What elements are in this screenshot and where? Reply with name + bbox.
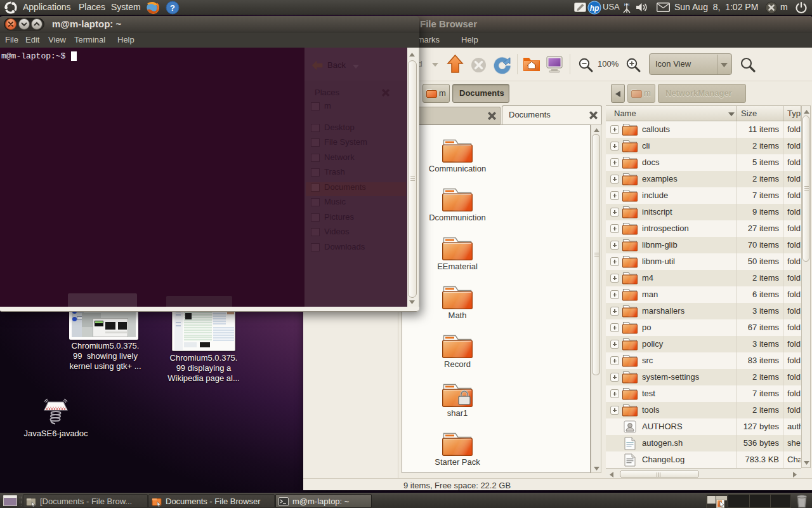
svg-text:?: ?: [170, 3, 175, 13]
svg-text:hp: hp: [590, 4, 599, 13]
